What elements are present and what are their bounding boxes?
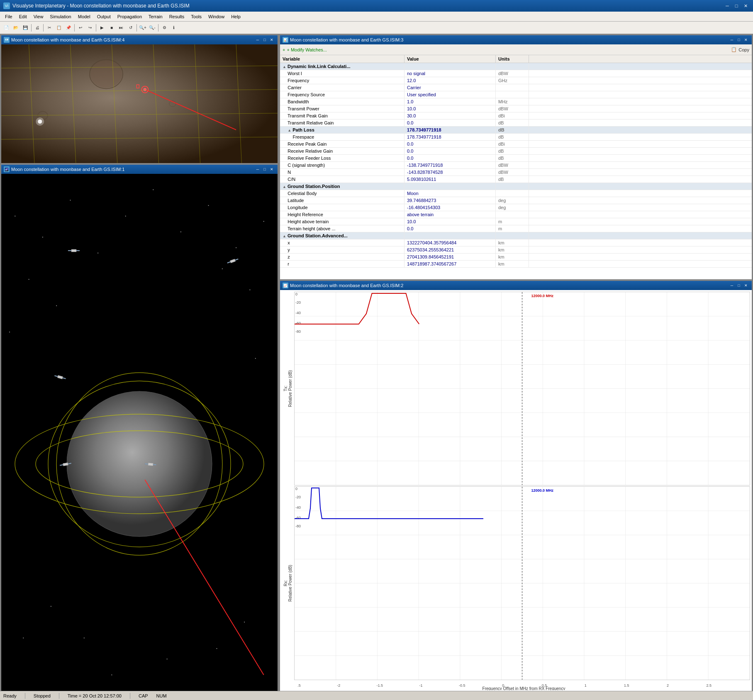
space-minimize[interactable]: ─	[254, 166, 261, 173]
watch-cell-name: Receive Feeder Loss	[280, 155, 405, 161]
app-title: Visualyse Interplanetary - Moon constell…	[12, 3, 190, 9]
tb-save[interactable]: 💾	[21, 23, 30, 32]
maximize-btn[interactable]: □	[732, 2, 741, 10]
spectrum-maximize[interactable]: □	[736, 282, 742, 289]
menu-window[interactable]: Window	[205, 13, 228, 20]
menu-tools[interactable]: Tools	[188, 13, 205, 20]
watch-cell-name: Latitude	[280, 197, 405, 204]
svg-text:-2.5: -2.5	[297, 683, 301, 688]
watch-minimize[interactable]: ─	[729, 37, 735, 43]
space-3d-view[interactable]	[1, 174, 278, 700]
watch-row: N-143.8287874528dBW	[280, 169, 752, 176]
menu-output[interactable]: Output	[94, 13, 114, 20]
menu-model[interactable]: Model	[75, 13, 94, 20]
watch-cell-name: C (signal strength)	[280, 162, 405, 168]
menu-results[interactable]: Results	[166, 13, 188, 20]
svg-point-31	[208, 205, 209, 206]
svg-rect-63	[71, 249, 76, 252]
tb-settings[interactable]: ⚙	[160, 23, 169, 32]
watch-cell-name: Carrier	[280, 84, 405, 91]
watch-cell-name: ▲ Path Loss	[280, 127, 405, 133]
watch-row: z27041309.8456452191km	[280, 254, 752, 261]
spectrum-close[interactable]: ✕	[743, 282, 749, 289]
tb-paste[interactable]: 📌	[64, 23, 73, 32]
watch-window-content: + + Modify Watches... 📋 Copy Variable Va…	[280, 44, 752, 279]
copy-btn[interactable]: 📋 Copy	[731, 47, 749, 52]
watch-cell-value	[405, 232, 496, 239]
tx-chart: 0 -20 -40 -60 -80	[294, 292, 750, 485]
svg-point-25	[42, 237, 43, 238]
watch-row: Transmit Relative Gain0.0dB	[280, 120, 752, 127]
watch-close[interactable]: ✕	[743, 37, 749, 43]
tb-reset[interactable]: ↺	[126, 23, 135, 32]
minimize-btn[interactable]: ─	[723, 2, 731, 10]
menu-view[interactable]: View	[30, 13, 47, 20]
svg-point-45	[111, 674, 112, 675]
watch-row: Freespace178.7349771918dB	[280, 134, 752, 141]
svg-text:0: 0	[295, 292, 297, 296]
tb-open[interactable]: 📂	[11, 23, 20, 32]
terrain-maximize[interactable]: □	[261, 37, 268, 43]
svg-point-27	[97, 253, 98, 254]
svg-point-39	[255, 358, 256, 359]
menu-help[interactable]: Help	[228, 13, 244, 20]
menu-terrain[interactable]: Terrain	[145, 13, 166, 20]
watch-cell-units: deg	[496, 197, 529, 204]
watch-cell-units: dB	[496, 176, 529, 183]
watch-cell-units: deg	[496, 204, 529, 211]
tb-zoom-in[interactable]: 🔍+	[138, 23, 147, 32]
copy-label: Copy	[738, 47, 749, 52]
watch-cell-name: r	[280, 261, 405, 267]
tb-redo[interactable]: ↪	[85, 23, 95, 32]
terrain-window-icon: 🗺	[4, 37, 10, 43]
terrain-view[interactable]	[1, 44, 278, 163]
watch-cell-units: m	[496, 225, 529, 232]
menu-edit[interactable]: Edit	[16, 13, 30, 20]
tb-undo[interactable]: ↩	[76, 23, 85, 32]
svg-point-47	[67, 391, 212, 537]
close-btn[interactable]: ✕	[741, 2, 750, 10]
watch-row: Receive Feeder Loss0.0dB	[280, 155, 752, 162]
watch-cell-name: y	[280, 246, 405, 253]
watch-cell-name: Height above terrain	[280, 218, 405, 225]
svg-point-2	[90, 61, 122, 88]
space-titlebar: 🌌 Moon constellation with moonbase and E…	[1, 165, 278, 174]
watch-row: Height above terrain10.0m	[280, 218, 752, 225]
watch-cell-value: 178.7349771918	[405, 134, 496, 140]
tb-cut[interactable]: ✂	[45, 23, 54, 32]
watch-header: Variable Value Units	[280, 55, 752, 63]
space-close[interactable]: ✕	[268, 166, 275, 173]
modify-watches-btn[interactable]: + + Modify Watches...	[283, 47, 327, 52]
watch-cell-units: MHz	[496, 98, 529, 105]
space-maximize[interactable]: □	[261, 166, 268, 173]
space-window-title: Moon constellation with moonbase and Ear…	[11, 167, 124, 172]
tb-print[interactable]: 🖨	[33, 23, 42, 32]
tb-new[interactable]: 📄	[2, 23, 11, 32]
svg-point-41	[51, 606, 51, 607]
tb-zoom-out[interactable]: 🔍-	[148, 23, 157, 32]
watch-cell-name: Celestial Body	[280, 190, 405, 197]
watch-maximize[interactable]: □	[736, 37, 742, 43]
tb-run[interactable]: ▶	[97, 23, 107, 32]
menu-simulation[interactable]: Simulation	[46, 13, 74, 20]
watch-cell-units	[496, 190, 529, 197]
tb-step[interactable]: ⏭	[117, 23, 126, 32]
spectrum-minimize[interactable]: ─	[729, 282, 735, 289]
watch-cell-value: 1.0	[405, 98, 496, 105]
watch-cell-value: 148718987.3740567267	[405, 261, 496, 267]
status-sep2	[59, 693, 59, 699]
watch-cell-units	[496, 232, 529, 239]
main-area: 🗺 Moon constellation with moonbase and E…	[0, 34, 753, 700]
watch-row: y62375034.2555364221km	[280, 246, 752, 254]
tb-stop[interactable]: ■	[107, 23, 116, 32]
svg-text:Frequency Offset in MHz from R: Frequency Offset in MHz from RX Frequenc…	[483, 686, 565, 690]
tb-info[interactable]: ℹ	[169, 23, 178, 32]
terrain-minimize[interactable]: ─	[254, 37, 261, 43]
menu-propagation[interactable]: Propagation	[114, 13, 145, 20]
tb-copy-tb[interactable]: 📋	[54, 23, 63, 32]
watch-toolbar: + + Modify Watches... 📋 Copy	[280, 44, 752, 55]
menu-file[interactable]: File	[2, 13, 16, 20]
x-axis-labels: -2.5 -2 -1.5 -1 -0.5 0 0.5 1 1.5 2 2.5 F…	[282, 681, 750, 691]
terrain-close[interactable]: ✕	[268, 37, 275, 43]
watch-panel: 📊 Moon constellation with moonbase and E…	[280, 35, 752, 280]
